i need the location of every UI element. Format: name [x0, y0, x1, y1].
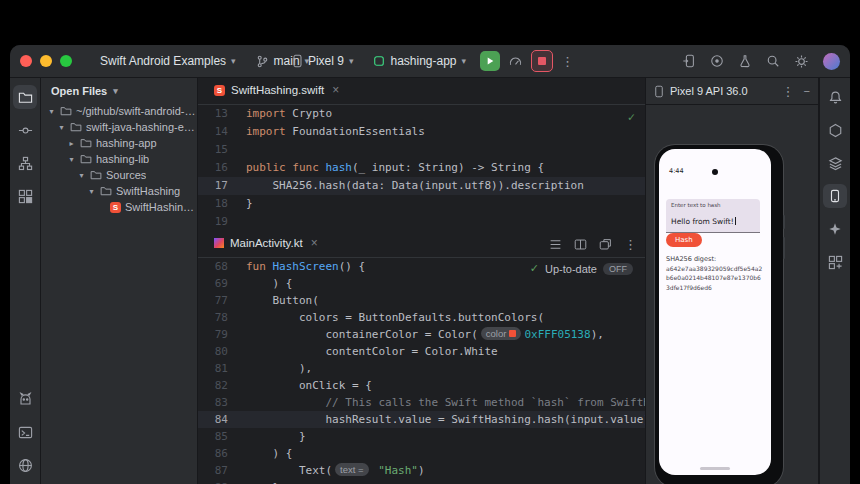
- code-line[interactable]: 19: [198, 213, 645, 231]
- project-selector[interactable]: Swift Android Examples ▾: [94, 51, 242, 71]
- logcat-icon[interactable]: [13, 387, 37, 411]
- swift-editor[interactable]: ✓ 13import Crypto14import FoundationEsse…: [198, 105, 645, 231]
- code-line[interactable]: 79 containerColor = Color(color0xFFF0513…: [198, 326, 645, 343]
- line-number[interactable]: 77: [198, 292, 240, 309]
- line-number[interactable]: 19: [198, 213, 240, 231]
- open-in-window-icon[interactable]: [599, 238, 612, 251]
- code-line[interactable]: 81 ),: [198, 360, 645, 377]
- project-icon[interactable]: [13, 85, 37, 109]
- profiler-icon[interactable]: [508, 54, 523, 69]
- code-line[interactable]: 86 ) {: [198, 445, 645, 462]
- code-line[interactable]: 18}: [198, 195, 645, 213]
- code-line[interactable]: 78 colors = ButtonDefaults.buttonColors(: [198, 309, 645, 326]
- app-insights-icon[interactable]: [710, 54, 724, 68]
- close-tab-icon[interactable]: ×: [332, 83, 339, 97]
- code-line[interactable]: 80 contentColor = Color.White: [198, 343, 645, 360]
- tree-chevron-icon[interactable]: ▸: [67, 139, 76, 148]
- gemini-icon[interactable]: [823, 217, 847, 241]
- more-actions-icon[interactable]: ⋮: [561, 55, 574, 68]
- code-line[interactable]: 17 SHA256.hash(data: Data(input.utf8)).d…: [198, 177, 645, 195]
- code-line[interactable]: 77 Button(: [198, 292, 645, 309]
- device-manager-icon[interactable]: [738, 54, 752, 68]
- device-selector[interactable]: Pixel 9 ▾: [286, 51, 360, 71]
- hash-button[interactable]: Hash: [666, 233, 702, 247]
- line-number[interactable]: 16: [198, 159, 240, 177]
- line-number[interactable]: 88: [198, 479, 240, 484]
- line-number[interactable]: 68: [198, 258, 240, 275]
- tree-chevron-icon[interactable]: ▾: [87, 187, 96, 196]
- tree-item[interactable]: ▾~/github/swift-android-examples: [41, 103, 197, 119]
- hash-input-field[interactable]: Enter text to hash Hello from Swift!: [666, 199, 760, 233]
- tree-item[interactable]: ▸hashing-app: [41, 135, 197, 151]
- avatar[interactable]: [823, 53, 840, 70]
- code-line[interactable]: 85 }: [198, 428, 645, 445]
- code-line[interactable]: 83 // This calls the Swift method `hash`…: [198, 394, 645, 411]
- tree-item[interactable]: ▾SwiftHashing: [41, 183, 197, 199]
- color-swatch[interactable]: [509, 330, 516, 337]
- notifications-icon[interactable]: [823, 85, 847, 109]
- line-number[interactable]: 15: [198, 141, 240, 159]
- navigation-pill[interactable]: [700, 467, 730, 470]
- device-explorer-icon[interactable]: [823, 250, 847, 274]
- tree-item[interactable]: ▾swift-java-hashing-example: [41, 119, 197, 135]
- services-icon[interactable]: [13, 184, 37, 208]
- code-line[interactable]: 13import Crypto: [198, 105, 645, 123]
- code-line[interactable]: 82 onClick = {: [198, 377, 645, 394]
- tree-chevron-icon[interactable]: ▾: [67, 155, 76, 164]
- version-control-icon[interactable]: [13, 453, 37, 477]
- running-devices-icon[interactable]: [823, 184, 847, 208]
- split-editor-icon[interactable]: [574, 238, 587, 251]
- search-icon[interactable]: [766, 54, 780, 68]
- line-number[interactable]: 84: [198, 411, 240, 428]
- line-number[interactable]: 80: [198, 343, 240, 360]
- run-configuration-selector[interactable]: hashing-app ▾: [367, 51, 472, 71]
- code-line[interactable]: 14import FoundationEssentials: [198, 123, 645, 141]
- code-line[interactable]: 84 hashResult.value = SwiftHashing.hash(…: [198, 411, 645, 428]
- more-icon[interactable]: ⋮: [624, 238, 637, 251]
- inspections-ok-icon[interactable]: ✓: [628, 110, 635, 124]
- gradle-icon[interactable]: [823, 118, 847, 142]
- live-edit-off-badge[interactable]: OFF: [603, 263, 633, 275]
- device-mirror-icon[interactable]: [682, 54, 696, 68]
- line-number[interactable]: 83: [198, 394, 240, 411]
- line-number[interactable]: 14: [198, 123, 240, 141]
- line-number[interactable]: 86: [198, 445, 240, 462]
- inlay-hint[interactable]: text =: [335, 463, 369, 476]
- stop-button[interactable]: [531, 50, 553, 72]
- code-line[interactable]: 15: [198, 141, 645, 159]
- structure-icon[interactable]: [13, 151, 37, 175]
- terminal-icon[interactable]: [13, 420, 37, 444]
- hide-panel-icon[interactable]: −: [804, 85, 810, 97]
- tree-chevron-icon[interactable]: ▾: [77, 171, 86, 180]
- tree-chevron-icon[interactable]: ▾: [47, 107, 56, 116]
- line-number[interactable]: 85: [198, 428, 240, 445]
- line-number[interactable]: 17: [198, 177, 240, 195]
- line-number[interactable]: 81: [198, 360, 240, 377]
- commit-icon[interactable]: [13, 118, 37, 142]
- tree-chevron-icon[interactable]: ▾: [57, 123, 66, 132]
- run-button[interactable]: [480, 51, 500, 71]
- more-icon[interactable]: ⋮: [782, 85, 795, 98]
- tree-item[interactable]: ▾Sources: [41, 167, 197, 183]
- tab-mainactivity[interactable]: MainActivity.kt ×: [206, 230, 326, 258]
- phone-screen[interactable]: 4:44 Enter text to hash Hello from Swift…: [659, 149, 771, 475]
- line-number[interactable]: 87: [198, 462, 240, 479]
- tree-item[interactable]: ▾hashing-lib: [41, 151, 197, 167]
- inlay-hint[interactable]: color: [481, 327, 522, 340]
- file-structure-icon[interactable]: [549, 238, 562, 251]
- line-number[interactable]: 69: [198, 275, 240, 292]
- minimize-window-button[interactable]: [40, 55, 52, 67]
- zoom-window-button[interactable]: [60, 55, 72, 67]
- settings-icon[interactable]: [794, 54, 809, 69]
- tree-item[interactable]: SSwiftHashing.swift: [41, 199, 197, 215]
- code-line[interactable]: 87 Text(text = "Hash"): [198, 462, 645, 479]
- line-number[interactable]: 82: [198, 377, 240, 394]
- tab-swifthashing[interactable]: S SwiftHashing.swift ×: [206, 77, 347, 105]
- code-line[interactable]: 88 }: [198, 479, 645, 484]
- live-edit-status[interactable]: ✓ Up-to-date OFF: [530, 262, 633, 275]
- build-variants-icon[interactable]: [823, 151, 847, 175]
- line-number[interactable]: 79: [198, 326, 240, 343]
- code-line[interactable]: 16public func hash(_ input: String) -> S…: [198, 159, 645, 177]
- line-number[interactable]: 78: [198, 309, 240, 326]
- close-tab-icon[interactable]: ×: [311, 236, 318, 250]
